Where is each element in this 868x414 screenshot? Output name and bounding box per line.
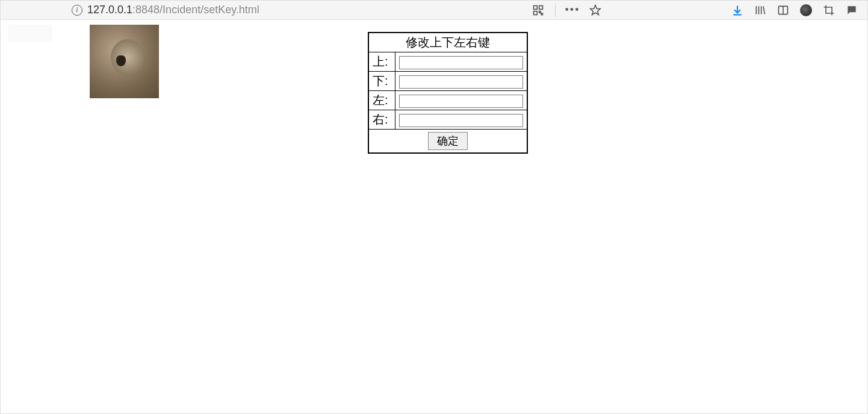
url-path: :8848/Incident/setKey.html (132, 4, 259, 16)
url-area: i 127.0.0.1:8848/Incident/setKey.html (72, 4, 259, 16)
browser-toolbar: i 127.0.0.1:8848/Incident/setKey.html ••… (1, 1, 867, 20)
info-icon[interactable]: i (72, 5, 82, 16)
background-logo (8, 25, 52, 42)
right-input[interactable] (399, 114, 523, 127)
separator (555, 4, 556, 17)
confirm-button[interactable]: 确定 (428, 132, 468, 150)
table-row: 上: (368, 52, 527, 72)
table-row: 下: (368, 72, 527, 91)
toolbar-icons: ••• (532, 4, 858, 17)
right-label: 右: (368, 110, 395, 130)
up-label: 上: (368, 52, 395, 72)
avatar-icon[interactable] (800, 4, 812, 16)
page-content: 修改上下左右键 上: 下: 左: 右: 确定 (1, 20, 867, 413)
up-input[interactable] (399, 56, 523, 69)
key-settings-table: 修改上下左右键 上: 下: 左: 右: 确定 (368, 32, 528, 154)
svg-rect-4 (541, 13, 543, 15)
table-row: 右: (368, 110, 527, 130)
svg-rect-2 (534, 11, 538, 14)
crop-icon[interactable] (823, 4, 835, 16)
table-row: 左: (368, 91, 527, 110)
svg-rect-1 (539, 5, 543, 9)
down-label: 下: (368, 72, 395, 91)
svg-marker-5 (591, 5, 601, 14)
library-icon[interactable] (754, 4, 766, 16)
qr-icon[interactable] (532, 4, 544, 16)
left-input[interactable] (399, 95, 523, 108)
chat-icon[interactable] (846, 4, 858, 16)
svg-rect-3 (539, 11, 541, 13)
left-label: 左: (368, 91, 395, 110)
submit-row: 确定 (368, 130, 527, 154)
url-text[interactable]: 127.0.0.1:8848/Incident/setKey.html (87, 4, 259, 16)
koala-image[interactable] (90, 25, 159, 98)
url-host: 127.0.0.1 (87, 4, 132, 16)
sidebar-icon[interactable] (777, 4, 789, 16)
svg-line-9 (763, 6, 765, 14)
more-icon[interactable]: ••• (566, 4, 578, 16)
svg-rect-0 (534, 5, 538, 9)
down-input[interactable] (399, 75, 523, 89)
star-icon[interactable] (589, 4, 601, 16)
form-title: 修改上下左右键 (368, 33, 527, 52)
download-icon[interactable] (731, 4, 743, 16)
